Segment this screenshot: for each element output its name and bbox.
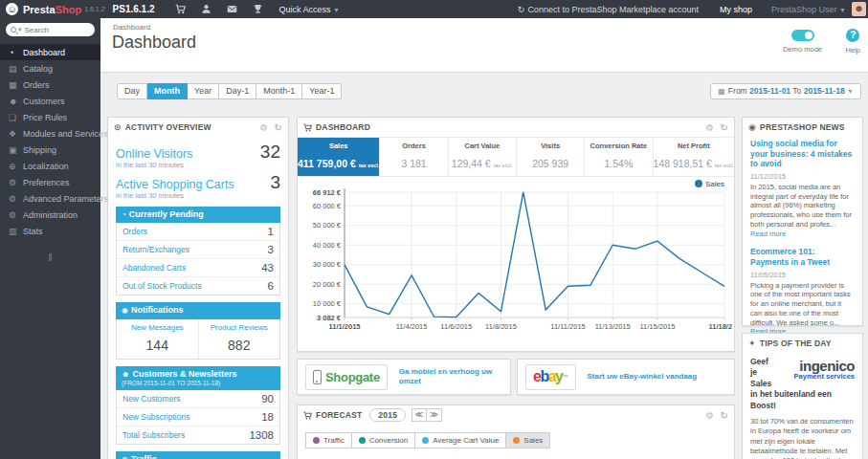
customers-newsletters-header: ☻Customers & Newsletters(FROM 2015-11-01… [116, 366, 280, 390]
gear-icon[interactable]: ⚙ [705, 410, 714, 421]
my-shop-link[interactable]: My shop [720, 5, 752, 14]
customer-icon[interactable] [201, 4, 211, 14]
next-year-button[interactable]: ≫ [427, 408, 442, 422]
refresh-icon[interactable]: ↻ [274, 122, 282, 133]
active-carts-label[interactable]: Active Shopping Carts [116, 178, 234, 191]
tab-year[interactable]: Year [188, 83, 219, 99]
lightbulb-icon: ✦ [748, 339, 756, 348]
article-title[interactable]: Using social media for your business: 4 … [750, 139, 855, 169]
cart-icon [303, 123, 312, 132]
svg-text:66 912 €: 66 912 € [313, 188, 342, 197]
traffic-dot-icon [313, 437, 320, 444]
sidebar-item-shipping[interactable]: ▣Shipping [0, 142, 100, 158]
kpi-row: Sales411 759,00 € tax excl. Orders3 181 … [298, 137, 734, 177]
tab-month-1[interactable]: Month-1 [256, 83, 302, 99]
legend-average-cart-value[interactable]: Average Cart Value [415, 432, 506, 448]
kpi-visits[interactable]: Visits205 939 [516, 138, 584, 176]
sidebar-item-localization[interactable]: ⊕Localization [0, 158, 100, 174]
tab-day[interactable]: Day [117, 83, 147, 99]
legend-sales[interactable]: Sales [506, 432, 550, 448]
book-icon: ▤ [9, 64, 23, 74]
chevron-down-icon[interactable]: ▾ [18, 26, 22, 33]
svg-text:11/1/2015: 11/1/2015 [329, 322, 361, 331]
sales-line-chart: 3 082 €10 000 €20 000 €30 000 €40 000 €5… [300, 177, 732, 341]
online-visitors-label[interactable]: Online Visitors [116, 147, 192, 161]
help-label: Help [846, 46, 860, 55]
quick-access-menu[interactable]: Quick Access ▼ [278, 5, 339, 14]
sidebar-item-dashboard[interactable]: ◔Dashboard [0, 44, 100, 60]
ebay-logo[interactable]: ebay™ [525, 364, 576, 390]
demo-mode-toggle[interactable] [791, 30, 814, 41]
customers-row-new-customers: New Customers90 [117, 390, 279, 407]
search-input[interactable] [25, 26, 78, 34]
kpi-conversion-rate[interactable]: Conversion Rate1.54% [584, 138, 652, 176]
sidebar-item-modules[interactable]: ❖Modules and Services [0, 125, 100, 142]
shopgate-logo[interactable]: Shopgate [305, 364, 388, 390]
date-range-picker[interactable]: ▦From 2015-11-01 To 2015-11-18 ▼ [710, 83, 861, 99]
ebay-link[interactable]: Start uw eBay-winkel vandaag [588, 372, 698, 382]
sidebar: ▾ ◔Dashboard ▤Catalog ▦Orders ☻Customers… [0, 18, 100, 459]
sidebar-collapse-button[interactable]: ‖ [0, 252, 100, 263]
user-menu[interactable]: PrestaShop User ▼ [771, 5, 846, 14]
clock-icon: ◔ [122, 210, 126, 219]
refresh-icon[interactable]: ↻ [720, 410, 728, 421]
sidebar-item-stats[interactable]: ▥Stats [0, 223, 100, 239]
sidebar-item-price-rules[interactable]: ❏Price Rules [0, 109, 100, 125]
svg-text:10 000 €: 10 000 € [313, 299, 342, 308]
marketplace-connect-link[interactable]: ↻Connect to PrestaShop Marketplace accou… [518, 5, 699, 14]
sidebar-item-orders[interactable]: ▦Orders [0, 76, 100, 93]
customers-row-new-subscriptions: New Subscriptions18 [117, 407, 279, 426]
previous-year-button[interactable]: ≪ [412, 408, 427, 422]
help-icon[interactable]: ? [846, 29, 859, 42]
calendar-icon: ▦ [718, 87, 725, 96]
ingenico-logo[interactable]: ingenico Payment services [780, 359, 855, 381]
tab-month[interactable]: Month [147, 83, 188, 99]
refresh-icon[interactable]: ↻ [720, 122, 728, 133]
gear-icon[interactable]: ⚙ [705, 122, 714, 133]
tab-year-1[interactable]: Year-1 [302, 83, 342, 99]
article-title[interactable]: Ecommerce 101: Payments in a Tweet [750, 247, 855, 267]
tips-body-text: 30 tot 70% van de consumenten in Europa … [750, 417, 855, 459]
globe-icon: ⊕ [122, 455, 128, 459]
broadcast-icon: ◉ [748, 122, 756, 132]
svg-text:20 000 €: 20 000 € [313, 280, 342, 289]
kpi-cart-value[interactable]: Cart Value129,44 € tax excl. [448, 138, 516, 176]
trophy-icon[interactable] [253, 4, 263, 14]
search-icon [11, 27, 16, 33]
sales-line [345, 192, 724, 317]
sidebar-item-preferences[interactable]: ⚙Preferences [0, 174, 100, 190]
user-avatar[interactable]: ☻ [852, 2, 866, 16]
article-date: 11/12/2015 [750, 172, 855, 181]
demo-mode-label: Demo mode [783, 45, 822, 54]
kpi-orders[interactable]: Orders3 181 [379, 138, 447, 176]
sidebar-item-administration[interactable]: ⚙Administration [0, 207, 100, 223]
mail-icon[interactable] [227, 4, 237, 14]
sidebar-item-customers[interactable]: ☻Customers [0, 93, 100, 109]
breadcrumb: Dashboard [113, 23, 150, 32]
kpi-sales[interactable]: Sales411 759,00 € tax excl. [298, 138, 379, 176]
tab-day-1[interactable]: Day-1 [219, 83, 256, 99]
chevron-down-icon: ▼ [847, 88, 854, 95]
cart-icon[interactable] [175, 4, 186, 14]
sales-dot-icon [513, 437, 520, 444]
page-title: Dashboard [112, 33, 196, 53]
shopgate-link[interactable]: Ga mobiel en verhoog uw omzet [399, 367, 502, 387]
globe-icon: ⊕ [9, 162, 23, 171]
read-more-link[interactable]: Read more [750, 230, 786, 238]
notif-new-messages: New Messages144 [117, 319, 198, 359]
sidebar-item-catalog[interactable]: ▤Catalog [0, 60, 100, 76]
active-carts-value: 3 [270, 172, 280, 193]
sidebar-item-advanced-parameters[interactable]: ⚙Advanced Parameters [0, 190, 100, 207]
dashboard-panel: DASHBOARD ⚙↻ Sales411 759,00 € tax excl.… [297, 117, 735, 352]
bar-chart-icon: ▥ [9, 227, 23, 236]
legend-traffic[interactable]: Traffic [305, 432, 352, 448]
top-bar: ☺ PrestaShop 1.6.1.2 PS1.6.1.2 Quick Acc… [0, 0, 868, 18]
active-carts-sub: in the last 30 minutes [116, 191, 280, 200]
cart-icon [303, 411, 312, 420]
group-icon: ☻ [9, 97, 23, 106]
gear-icon[interactable]: ⚙ [259, 122, 268, 133]
online-visitors-sub: in the last 30 minutes [116, 161, 280, 169]
avg-cart-dot-icon [422, 437, 429, 444]
legend-conversion[interactable]: Conversion [352, 432, 415, 448]
kpi-net-profit[interactable]: Net Profit148 918,51 € tax excl. [653, 138, 734, 176]
